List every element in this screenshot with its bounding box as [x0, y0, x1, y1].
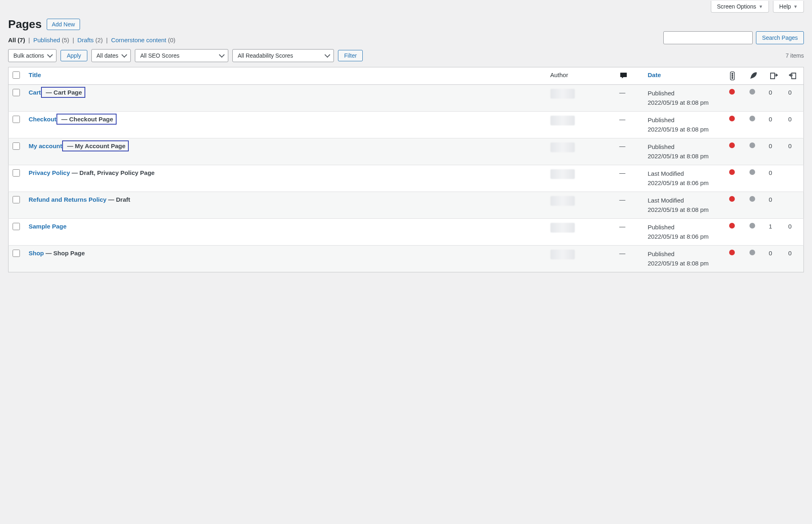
page-state: — Draft: [106, 196, 130, 203]
filter-all[interactable]: All (7): [8, 37, 25, 43]
filter-published[interactable]: Published: [33, 37, 60, 43]
svg-point-3: [732, 77, 733, 78]
col-date[interactable]: Date: [648, 71, 661, 78]
author-blurred: [550, 89, 575, 99]
page-state: — Shop Page: [44, 250, 85, 257]
bulk-actions-select[interactable]: Bulk actions: [8, 49, 56, 62]
table-row: My account — My Account Page—Published20…: [9, 138, 804, 165]
seo-dot: [729, 169, 735, 175]
readability-select[interactable]: All Readability Scores: [232, 49, 334, 62]
author-blurred: [550, 196, 575, 206]
page-state: — Draft, Privacy Policy Page: [70, 169, 154, 176]
date-value: 2022/05/19 at 8:08 pm: [648, 153, 709, 160]
col-readability[interactable]: [745, 67, 765, 85]
outgoing-link-icon: [769, 72, 778, 79]
select-all-checkbox[interactable]: [13, 71, 20, 79]
col-incoming-links[interactable]: [784, 67, 804, 85]
date-status: Last Modified: [648, 197, 684, 204]
col-seo[interactable]: [725, 67, 745, 85]
comment-count: —: [619, 250, 626, 257]
table-row: Refund and Returns Policy — Draft—Last M…: [9, 192, 804, 219]
add-new-button[interactable]: Add New: [47, 19, 80, 30]
col-author: Author: [546, 67, 615, 85]
author-blurred: [550, 223, 575, 233]
help-button[interactable]: Help ▼: [773, 1, 804, 13]
col-outgoing-links[interactable]: [765, 67, 784, 85]
date-status: Published: [648, 116, 675, 123]
svg-point-2: [732, 75, 733, 76]
help-label: Help: [779, 3, 791, 10]
row-checkbox[interactable]: [13, 89, 20, 96]
seo-dot: [729, 223, 735, 229]
chevron-down-icon: ▼: [793, 4, 798, 9]
row-checkbox[interactable]: [13, 169, 20, 177]
readability-dot: [749, 223, 755, 229]
incoming-count: 0: [788, 142, 792, 149]
outgoing-count: 0: [769, 142, 772, 149]
outgoing-count: 0: [769, 196, 772, 203]
screen-options-label: Screen Options: [717, 3, 756, 10]
search-pages-button[interactable]: Search Pages: [756, 31, 804, 44]
incoming-count: 0: [788, 223, 792, 230]
page-title-link[interactable]: Privacy Policy: [29, 169, 70, 176]
author-blurred: [550, 169, 575, 179]
outgoing-count: 0: [769, 89, 772, 96]
date-status: Last Modified: [648, 170, 684, 177]
readability-dot: [749, 250, 755, 255]
comment-count: —: [619, 142, 626, 149]
date-status: Published: [648, 250, 675, 257]
comment-icon: [619, 71, 628, 78]
seo-score-select[interactable]: All SEO Scores: [135, 49, 228, 62]
page-title-link[interactable]: Cart: [29, 89, 41, 96]
page-title-link[interactable]: Checkout: [29, 116, 56, 123]
comment-count: —: [619, 196, 626, 203]
date-value: 2022/05/19 at 8:08 pm: [648, 260, 709, 267]
col-comments[interactable]: [615, 67, 644, 85]
incoming-count: 0: [788, 250, 792, 257]
comment-count: —: [619, 116, 626, 123]
comment-count: —: [619, 169, 626, 176]
date-value: 2022/05/19 at 8:06 pm: [648, 179, 709, 186]
search-input[interactable]: [663, 31, 753, 44]
row-checkbox[interactable]: [13, 116, 20, 123]
author-blurred: [550, 142, 575, 152]
table-row: Privacy Policy — Draft, Privacy Policy P…: [9, 165, 804, 192]
filter-cornerstone[interactable]: Cornerstone content: [111, 37, 166, 43]
apply-button[interactable]: Apply: [61, 50, 87, 61]
row-checkbox[interactable]: [13, 223, 20, 230]
traffic-light-icon: [729, 72, 736, 79]
date-value: 2022/05/19 at 8:08 pm: [648, 126, 709, 133]
item-count: 7 items: [786, 52, 804, 59]
chevron-down-icon: ▼: [758, 4, 763, 9]
page-title-link[interactable]: Sample Page: [29, 223, 67, 230]
svg-point-1: [732, 73, 733, 74]
incoming-link-icon: [788, 72, 797, 79]
row-checkbox[interactable]: [13, 196, 20, 203]
dates-select[interactable]: All dates: [91, 49, 131, 62]
date-value: 2022/05/19 at 8:08 pm: [648, 99, 709, 106]
filter-drafts[interactable]: Drafts: [78, 37, 94, 43]
table-row: Shop — Shop Page—Published2022/05/19 at …: [9, 246, 804, 272]
table-row: Checkout — Checkout Page—Published2022/0…: [9, 112, 804, 138]
row-checkbox[interactable]: [13, 250, 20, 257]
seo-dot: [729, 250, 735, 255]
date-value: 2022/05/19 at 8:06 pm: [648, 233, 709, 240]
author-blurred: [550, 250, 575, 259]
page-state: — Cart Page: [41, 87, 85, 98]
outgoing-count: 0: [769, 169, 772, 176]
pages-table: Title Author Date: [8, 67, 804, 272]
page-title-link[interactable]: Shop: [29, 250, 44, 257]
page-title-link[interactable]: Refund and Returns Policy: [29, 196, 107, 203]
date-status: Published: [648, 224, 675, 231]
author-blurred: [550, 116, 575, 125]
screen-options-button[interactable]: Screen Options ▼: [711, 1, 769, 13]
seo-dot: [729, 142, 735, 148]
filter-button[interactable]: Filter: [338, 50, 363, 61]
date-status: Published: [648, 143, 675, 150]
outgoing-count: 0: [769, 116, 772, 123]
row-checkbox[interactable]: [13, 142, 20, 150]
col-title[interactable]: Title: [29, 71, 41, 78]
page-title-link[interactable]: My account: [29, 142, 63, 149]
readability-dot: [749, 169, 755, 175]
seo-dot: [729, 89, 735, 95]
